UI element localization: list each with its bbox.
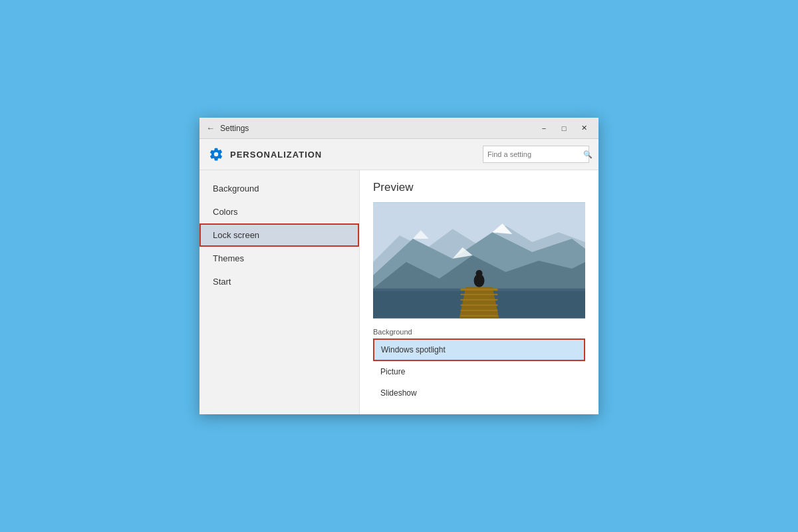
sidebar-item-background[interactable]: Background [200,177,359,200]
title-bar-left: ← Settings [206,123,249,133]
search-input[interactable] [483,146,583,162]
gear-icon [209,147,223,162]
dropdown-item-windows-spotlight[interactable]: Windows spotlight [373,338,585,361]
main-content: Background Colors Lock screen Themes Sta… [200,170,598,414]
sidebar-item-start[interactable]: Start [200,270,359,293]
svg-marker-6 [460,287,499,319]
svg-rect-8 [461,294,498,295]
minimize-button[interactable]: − [535,119,553,138]
search-box[interactable]: 🔍 [483,146,589,163]
header-left: PERSONALIZATION [209,147,322,162]
bg-label: Background [373,328,585,336]
preview-scene [373,202,585,319]
preview-title: Preview [373,181,585,194]
sidebar-item-themes[interactable]: Themes [200,247,359,270]
dropdown-item-slideshow[interactable]: Slideshow [373,382,585,404]
right-panel: Preview [359,170,598,414]
dropdown-item-picture[interactable]: Picture [373,361,585,382]
svg-point-14 [476,270,483,277]
sidebar-item-colors[interactable]: Colors [200,200,359,223]
svg-rect-12 [461,315,498,317]
svg-rect-9 [461,299,498,301]
back-button[interactable]: ← [206,123,215,133]
window-controls: − □ ✕ [535,119,593,138]
close-button[interactable]: ✕ [575,119,593,138]
maximize-button[interactable]: □ [555,119,573,138]
svg-rect-10 [461,305,498,306]
sidebar-item-lock-screen[interactable]: Lock screen [200,223,359,247]
preview-image [373,202,585,319]
settings-window: ← Settings − □ ✕ PERSONALIZATION 🔍 Backg… [200,118,598,414]
svg-rect-7 [461,289,498,291]
title-bar: ← Settings − □ ✕ [200,118,598,139]
header-title: PERSONALIZATION [230,150,322,160]
svg-rect-11 [461,310,498,311]
search-icon[interactable]: 🔍 [583,146,593,163]
window-title: Settings [220,124,249,133]
sidebar: Background Colors Lock screen Themes Sta… [200,170,359,414]
dropdown-container: Windows spotlight Picture Slideshow [373,338,585,404]
header-bar: PERSONALIZATION 🔍 [200,139,598,170]
